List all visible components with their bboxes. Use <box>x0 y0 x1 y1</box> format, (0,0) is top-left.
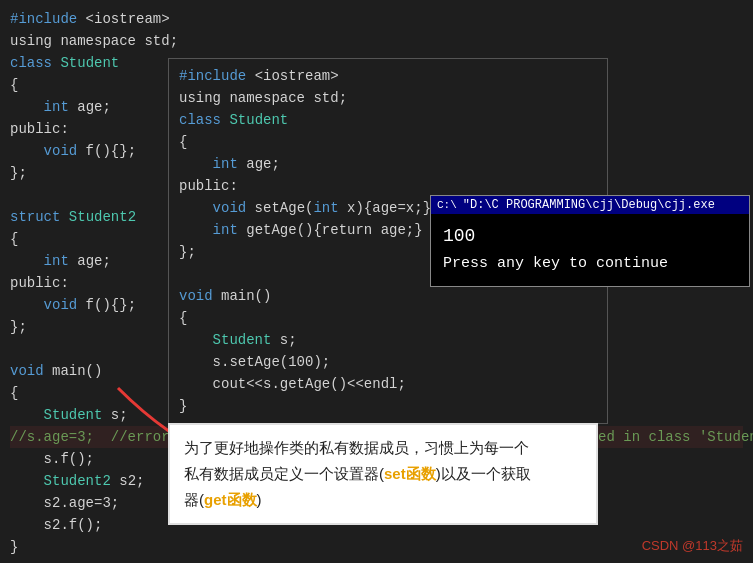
terminal-titlebar: C:\ "D:\C PROGRAMMING\cjj\Debug\cjj.exe <box>431 196 749 214</box>
watermark-text: CSDN @113之茹 <box>642 538 743 553</box>
code-line-25: } <box>10 536 743 558</box>
annotation-line2-suffix: )以及一个获取 <box>436 465 531 482</box>
popup-line-12: { <box>179 307 597 329</box>
terminal-icon: C:\ <box>437 199 457 211</box>
annotation-line3-suffix: ) <box>257 491 262 508</box>
popup-line-1: #include <iostream> <box>179 65 597 87</box>
annotation-set-text: set函数 <box>384 465 436 482</box>
popup-line-4: { <box>179 131 597 153</box>
popup-line-14: s.setAge(100); <box>179 351 597 373</box>
terminal-title: "D:\C PROGRAMMING\cjj\Debug\cjj.exe <box>463 198 715 212</box>
popup-line-6: public: <box>179 175 597 197</box>
annotation-line2: 私有数据成员定义一个设置器(set函数)以及一个获取 <box>184 461 582 487</box>
annotation-line3-prefix: 器( <box>184 491 204 508</box>
code-line-1: #include <iostream> <box>10 8 743 30</box>
popup-line-3: class Student <box>179 109 597 131</box>
popup-line-15: cout<<s.getAge()<<endl; <box>179 373 597 395</box>
annotation-line1: 为了更好地操作类的私有数据成员，习惯上为每一个 <box>184 435 582 461</box>
annotation-box: 为了更好地操作类的私有数据成员，习惯上为每一个 私有数据成员定义一个设置器(se… <box>168 423 598 525</box>
csdn-watermark: CSDN @113之茹 <box>642 537 743 555</box>
popup-line-16: } <box>179 395 597 417</box>
terminal-output-line2: Press any key to continue <box>443 250 737 278</box>
popup-line-13: Student s; <box>179 329 597 351</box>
annotation-get-text: get函数 <box>204 491 257 508</box>
terminal-body: 100 Press any key to continue <box>431 214 749 286</box>
annotation-line3: 器(get函数) <box>184 487 582 513</box>
terminal-output-line1: 100 <box>443 222 737 250</box>
popup-line-11: void main() <box>179 285 597 307</box>
code-line-2: using namespace std; <box>10 30 743 52</box>
terminal-window: C:\ "D:\C PROGRAMMING\cjj\Debug\cjj.exe … <box>430 195 750 287</box>
popup-line-2: using namespace std; <box>179 87 597 109</box>
popup-line-5: int age; <box>179 153 597 175</box>
annotation-line2-prefix: 私有数据成员定义一个设置器( <box>184 465 384 482</box>
